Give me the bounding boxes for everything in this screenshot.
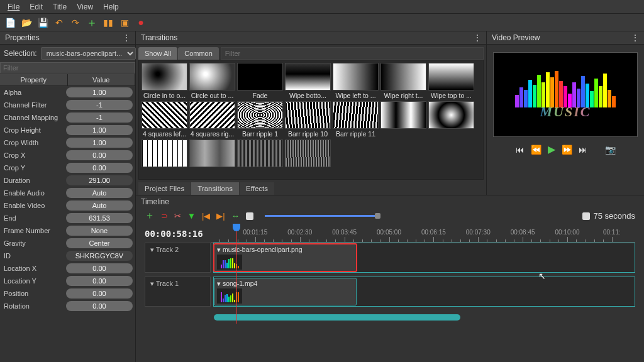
rewind-icon[interactable]: ⏪ [531, 145, 541, 155]
transition-item[interactable]: Barr ripple 10 [285, 101, 331, 138]
property-value[interactable]: None [66, 226, 133, 236]
transition-item[interactable] [285, 140, 331, 167]
snap-icon[interactable]: ⊃ [161, 211, 168, 221]
property-row[interactable]: Channel Filter-1 [0, 99, 135, 111]
jump-end-icon[interactable]: ⏭ [579, 145, 587, 155]
property-row[interactable]: GravityCenter [0, 237, 135, 250]
property-value[interactable]: Center [66, 238, 133, 248]
zoom-box-icon[interactable] [246, 212, 253, 220]
property-row[interactable]: Crop Width1.00 [0, 136, 135, 149]
prev-marker-icon[interactable]: |◀ [202, 211, 210, 221]
menu-file[interactable]: File [4, 1, 23, 13]
tab-show-all[interactable]: Show All [138, 47, 177, 60]
selection-dropdown[interactable]: music-bars-openclipart... [41, 47, 136, 60]
export-icon[interactable]: ● [135, 16, 147, 29]
property-row[interactable]: Location Y0.00 [0, 275, 135, 287]
property-value[interactable]: 0.00 [66, 263, 133, 273]
property-filter-input[interactable] [0, 62, 135, 74]
tab-common[interactable]: Common [178, 47, 219, 60]
property-row[interactable]: End631.53 [0, 212, 135, 224]
property-table[interactable]: Alpha1.00Channel Filter-1Channel Mapping… [0, 86, 135, 362]
timeline-ruler[interactable]: 00:01:1500:02:3000:03:4500:05:0000:06:15… [211, 225, 635, 243]
property-row[interactable]: IDSHKRGGYC8V [0, 250, 135, 262]
import-icon[interactable]: ＋ [86, 16, 98, 29]
menu-view[interactable]: View [73, 1, 97, 13]
center-icon[interactable]: ↔ [231, 211, 240, 221]
property-row[interactable]: Rotation0.00 [0, 300, 135, 312]
property-value[interactable]: 0.00 [66, 150, 133, 160]
property-row[interactable]: Location X0.00 [0, 262, 135, 275]
property-value[interactable]: 0.00 [66, 288, 133, 299]
zoom-slider[interactable] [265, 215, 378, 217]
playhead[interactable] [236, 225, 237, 324]
property-value[interactable]: 0.00 [66, 163, 133, 173]
transition-item[interactable]: Wipe right t... [380, 63, 426, 99]
transition-item[interactable] [189, 140, 235, 167]
transition-item[interactable] [142, 140, 187, 167]
timeline-scrollbar[interactable] [214, 314, 566, 321]
fast-forward-icon[interactable]: ⏩ [562, 145, 572, 155]
snapshot-icon[interactable]: 📷 [605, 145, 616, 155]
property-row[interactable]: Duration291.00 [0, 174, 135, 187]
track-header[interactable]: ▾ Track 2 [145, 243, 211, 273]
property-value[interactable]: 1.00 [66, 138, 133, 148]
transition-item[interactable]: Wipe botto... [285, 63, 331, 99]
property-row[interactable]: Crop Y0.00 [0, 162, 135, 174]
open-project-icon[interactable]: 📂 [20, 16, 33, 29]
transition-item[interactable] [237, 140, 283, 167]
preview-canvas[interactable]: MUSIC [493, 52, 638, 137]
transition-item[interactable]: Circle out to ... [189, 63, 235, 99]
property-row[interactable]: Position0.00 [0, 287, 135, 300]
property-value[interactable]: 1.00 [66, 125, 133, 135]
transition-item[interactable]: 4 squares rig... [189, 101, 235, 138]
marker-icon[interactable]: ▼ [187, 211, 196, 221]
razor-icon[interactable]: ✂ [174, 211, 181, 221]
panel-menu-icon[interactable]: ⋮ [631, 33, 639, 42]
property-row[interactable]: Enable AudioAuto [0, 187, 135, 199]
play-icon[interactable]: ▶ [548, 143, 555, 155]
transition-item[interactable]: Fade [237, 63, 283, 99]
property-value[interactable]: 631.53 [66, 213, 133, 223]
transition-item[interactable]: Barr ripple 11 [333, 101, 379, 138]
transition-item[interactable]: Circle in to o... [142, 63, 187, 99]
next-marker-icon[interactable]: ▶| [216, 211, 225, 221]
redo-icon[interactable]: ↷ [69, 16, 82, 29]
property-value[interactable]: -1 [66, 100, 133, 110]
tab-transitions[interactable]: Transitions [191, 182, 239, 195]
transitions-filter-input[interactable] [221, 47, 484, 60]
transition-item[interactable]: Wipe top to ... [428, 63, 474, 99]
transition-item[interactable]: Wipe left to ... [333, 63, 379, 99]
clip[interactable]: ▾ song-1.mp4 [214, 278, 357, 305]
property-row[interactable]: Crop Height1.00 [0, 124, 135, 136]
track-lane[interactable]: ▾ music-bars-openclipart.png [213, 243, 635, 273]
property-value[interactable]: 0.00 [66, 276, 133, 286]
jump-start-icon[interactable]: ⏮ [516, 145, 525, 155]
track-lane[interactable]: ▾ song-1.mp4 [213, 277, 635, 307]
property-row[interactable]: Alpha1.00 [0, 86, 135, 99]
transition-item[interactable] [428, 101, 474, 138]
add-track-icon[interactable]: ＋ [145, 209, 155, 222]
menu-help[interactable]: Help [99, 1, 123, 13]
scrollbar-thumb[interactable] [214, 314, 460, 321]
new-project-icon[interactable]: 📄 [4, 16, 16, 29]
undo-icon[interactable]: ↶ [53, 16, 65, 29]
track-header[interactable]: ▾ Track 1 [145, 277, 211, 307]
property-row[interactable]: Enable VideoAuto [0, 199, 135, 212]
property-value[interactable]: Auto [66, 188, 133, 198]
property-value[interactable]: Auto [66, 200, 133, 211]
menu-edit[interactable]: Edit [26, 1, 47, 13]
profiles-icon[interactable]: ▮▮ [102, 16, 114, 29]
tab-effects[interactable]: Effects [240, 182, 274, 195]
transitions-grid[interactable]: Circle in to o...Circle out to ...FadeWi… [142, 63, 480, 167]
property-row[interactable]: Crop X0.00 [0, 149, 135, 162]
tab-project-files[interactable]: Project Files [138, 182, 191, 195]
save-project-icon[interactable]: 💾 [36, 16, 49, 29]
panel-menu-icon[interactable]: ⋮ [123, 33, 130, 42]
property-value[interactable]: -1 [66, 112, 133, 123]
property-value[interactable]: 1.00 [66, 87, 133, 97]
property-row[interactable]: Frame NumberNone [0, 224, 135, 237]
clip[interactable]: ▾ music-bars-openclipart.png [214, 244, 357, 272]
fullscreen-icon[interactable]: ▣ [118, 16, 131, 29]
transition-item[interactable] [380, 101, 426, 138]
duration-checkbox[interactable] [582, 212, 590, 220]
